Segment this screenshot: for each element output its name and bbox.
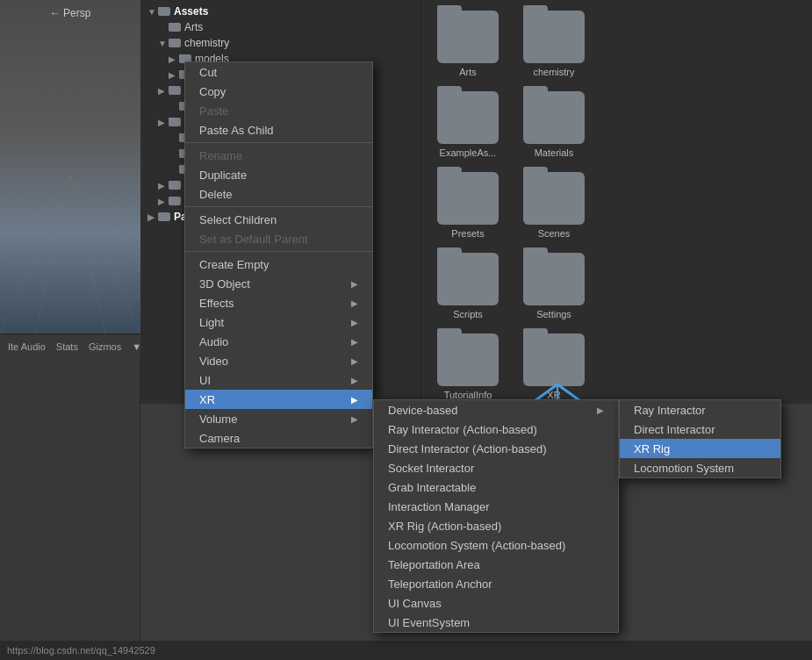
- menu-rename[interactable]: Rename: [185, 146, 372, 165]
- menu-ray-action-label: Ray Interactor (Action-based): [388, 423, 537, 436]
- tree-item-label: Arts: [184, 21, 203, 33]
- menu-direct-interactor[interactable]: Direct Interactor: [620, 420, 780, 439]
- menu-delete[interactable]: Delete: [185, 184, 372, 204]
- menu-ui-eventsystem[interactable]: UI EventSystem: [374, 613, 618, 632]
- menu-loco-action[interactable]: Locomotion System (Action-based): [374, 535, 618, 555]
- submenu-arrow: ▶: [351, 298, 358, 308]
- tree-arrow: ▼: [158, 39, 169, 48]
- menu-interaction-mgr[interactable]: Interaction Manager: [374, 497, 618, 516]
- context-menu-xr: Device-based ▶ Ray Interactor (Action-ba…: [373, 399, 619, 633]
- menu-ui-label: UI: [199, 374, 211, 387]
- submenu-arrow: ▶: [351, 395, 358, 405]
- menu-xr[interactable]: XR ▶: [185, 390, 372, 409]
- menu-grab-label: Grab Interactable: [388, 481, 476, 494]
- bottom-toolbar: Ite Audio Stats Gizmos ▼: [0, 334, 140, 358]
- asset-exampleass[interactable]: ExampleAs...: [428, 88, 507, 161]
- menu-ui-canvas[interactable]: UI Canvas: [374, 593, 618, 613]
- menu-teleport-area[interactable]: Teleportation Area: [374, 555, 618, 574]
- asset-tutorialinfo[interactable]: TutorialInfo: [428, 330, 507, 404]
- svg-line-2: [0, 176, 70, 263]
- menu-set-default-parent[interactable]: Set as Default Parent: [185, 229, 372, 248]
- menu-xr-rig[interactable]: XR Rig: [620, 439, 780, 458]
- menu-grab[interactable]: Grab Interactable: [374, 477, 618, 497]
- menu-effects[interactable]: Effects ▶: [185, 293, 372, 312]
- stats-button[interactable]: Stats: [52, 340, 83, 354]
- folder-icon-materials: [523, 91, 585, 144]
- audio-button[interactable]: Ite Audio: [4, 340, 50, 354]
- asset-materials[interactable]: Materials: [514, 88, 593, 161]
- menu-camera-label: Camera: [199, 432, 240, 445]
- menu-audio[interactable]: Audio ▶: [185, 332, 372, 351]
- asset-label: chemistry: [533, 67, 574, 77]
- menu-teleport-anchor-label: Teleportation Anchor: [388, 578, 492, 591]
- tree-item-arts[interactable]: Arts: [140, 19, 420, 35]
- menu-duplicate[interactable]: Duplicate: [185, 165, 372, 184]
- menu-duplicate-label: Duplicate: [199, 169, 247, 182]
- tree-arrow: ▶: [147, 212, 158, 222]
- menu-create-empty-label: Create Empty: [199, 258, 269, 271]
- tree-arrow: ▶: [158, 86, 169, 96]
- menu-select-children-label: Select Children: [199, 213, 277, 226]
- menu-ui[interactable]: UI ▶: [185, 370, 372, 390]
- menu-paste-as-child[interactable]: Paste As Child: [185, 120, 372, 140]
- tree-item-chemistry[interactable]: ▼ chemistry: [140, 35, 420, 51]
- submenu-arrow: ▶: [351, 279, 358, 289]
- folder-icon: [158, 212, 170, 221]
- folder-icon: [169, 86, 181, 95]
- menu-3d-object[interactable]: 3D Object ▶: [185, 274, 372, 293]
- menu-locomotion-system[interactable]: Locomotion System: [620, 458, 780, 477]
- url-bar: https://blog.csdn.net/qq_14942529: [0, 641, 812, 660]
- menu-xr-rig-action[interactable]: XR Rig (Action-based): [374, 516, 618, 535]
- asset-arts[interactable]: Arts: [428, 7, 507, 81]
- submenu-arrow: ▶: [597, 405, 604, 415]
- gizmos-button[interactable]: Gizmos: [84, 340, 126, 354]
- submenu-arrow: ▶: [351, 356, 358, 366]
- submenu-arrow: ▶: [351, 376, 358, 385]
- asset-label: Scripts: [453, 309, 483, 319]
- menu-ray-interactor[interactable]: Ray Interactor: [620, 400, 780, 420]
- menu-paste-as-child-label: Paste As Child: [199, 124, 274, 137]
- asset-chemistry[interactable]: chemistry: [514, 7, 593, 81]
- tree-item-assets[interactable]: ▼ Assets: [140, 4, 420, 19]
- asset-label: ExampleAs...: [440, 147, 497, 158]
- menu-light[interactable]: Light ▶: [185, 312, 372, 332]
- menu-direct-action[interactable]: Direct Interactor (Action-based): [374, 439, 618, 458]
- menu-cut[interactable]: Cut: [185, 62, 372, 82]
- tree-item-label: Assets: [174, 5, 208, 18]
- folder-icon: [169, 118, 181, 126]
- folder-icon-scripts: [437, 253, 499, 305]
- scene-view: ← Persp: [0, 0, 140, 334]
- menu-ray-action[interactable]: Ray Interactor (Action-based): [374, 420, 618, 439]
- menu-create-empty[interactable]: Create Empty: [185, 255, 372, 274]
- menu-video-label: Video: [199, 355, 228, 368]
- asset-scenes[interactable]: Scenes: [514, 169, 593, 242]
- menu-select-children[interactable]: Select Children: [185, 210, 372, 229]
- menu-socket[interactable]: Socket Interactor: [374, 458, 618, 477]
- asset-settings[interactable]: Settings: [514, 249, 593, 323]
- menu-paste[interactable]: Paste: [185, 101, 372, 120]
- separator: [185, 142, 372, 143]
- tree-arrow: ▼: [147, 7, 158, 17]
- submenu-arrow: ▶: [351, 318, 358, 327]
- menu-camera[interactable]: Camera: [185, 428, 372, 448]
- menu-teleport-anchor[interactable]: Teleportation Anchor: [374, 574, 618, 593]
- tree-arrow: ▶: [169, 54, 179, 64]
- menu-device-based[interactable]: Device-based ▶: [374, 400, 618, 420]
- submenu-arrow: ▶: [351, 337, 358, 347]
- menu-volume-label: Volume: [199, 412, 237, 426]
- menu-light-label: Light: [199, 316, 224, 329]
- menu-video[interactable]: Video ▶: [185, 351, 372, 370]
- context-menu-main: Cut Copy Paste Paste As Child Rename Dup…: [184, 61, 373, 448]
- asset-label: Materials: [535, 147, 574, 158]
- menu-volume[interactable]: Volume ▶: [185, 409, 372, 428]
- menu-paste-label: Paste: [199, 104, 228, 118]
- asset-scripts[interactable]: Scripts: [428, 249, 507, 323]
- folder-icon-exampleass: [437, 91, 499, 144]
- asset-presets[interactable]: Presets: [428, 169, 507, 242]
- folder-icon: [169, 23, 181, 32]
- folder-icon-chemistry: [523, 11, 585, 63]
- menu-copy[interactable]: Copy: [185, 82, 372, 101]
- tree-arrow: ▶: [169, 70, 179, 80]
- assets-grid: Arts chemistry ExampleAs... Materials Pr…: [421, 0, 812, 404]
- submenu-arrow: ▶: [351, 414, 358, 424]
